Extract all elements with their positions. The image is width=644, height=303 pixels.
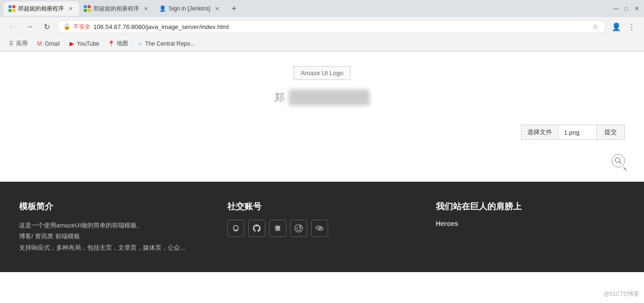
- window-controls: — □ ✕: [613, 5, 640, 12]
- social-reddit[interactable]: [290, 220, 307, 237]
- tab-2-title: 郑超妮的相册程序: [93, 5, 139, 13]
- bookmark-maps-label: 地图: [117, 39, 128, 48]
- svg-rect-5: [88, 5, 91, 8]
- tab-3-close[interactable]: ✕: [213, 5, 221, 12]
- bookmark-central[interactable]: ○ The Central Repo...: [133, 39, 199, 49]
- svg-rect-4: [84, 5, 87, 8]
- security-label: 不安全: [73, 23, 91, 31]
- bookmark-apps[interactable]: ⠿ 应用: [4, 38, 31, 49]
- site-title: 郑 超妮的相册程序: [274, 89, 370, 106]
- maximize-button[interactable]: □: [623, 5, 630, 12]
- svg-rect-0: [9, 5, 11, 8]
- svg-point-18: [317, 227, 318, 228]
- svg-point-21: [320, 228, 321, 229]
- choose-file-button[interactable]: 选择文件: [522, 125, 558, 139]
- bookmarks-bar: ⠿ 应用 M Gmail ▶ YouTube 📍 地图 ○ The Centra…: [0, 36, 644, 51]
- logo-image: Amaze UI Logo: [293, 66, 351, 80]
- bookmark-youtube-label: YouTube: [77, 40, 99, 47]
- svg-point-12: [295, 225, 302, 232]
- svg-rect-6: [84, 9, 87, 12]
- bookmark-maps[interactable]: 📍 地图: [104, 38, 132, 49]
- tab-1-title: 郑超妮的相册程序: [18, 5, 64, 13]
- bookmark-central-label: The Central Repo...: [145, 40, 195, 47]
- youtube-icon: ▶: [68, 40, 75, 47]
- account-button[interactable]: 👤: [610, 20, 623, 33]
- site-title-prefix: 郑: [274, 90, 285, 105]
- social-github[interactable]: [248, 220, 265, 237]
- svg-point-13: [297, 227, 298, 228]
- url-text: 106.54.87.76:8080/java_image_server/inde…: [93, 23, 588, 30]
- upload-form: 选择文件 1.png 提交: [521, 125, 625, 140]
- page-content: Amaze UI Logo 郑 超妮的相册程序 选择文件 1.png 提交: [0, 52, 644, 182]
- svg-point-14: [300, 227, 301, 228]
- tab-2-close[interactable]: ✕: [142, 5, 150, 12]
- footer-giants: 我们站在巨人的肩膀上 Heroes: [436, 201, 625, 253]
- browser-chrome: 郑超妮的相册程序 ✕ 郑超妮的相册程序 ✕ 👤 Sign in [Jenkins…: [0, 0, 644, 52]
- forward-button[interactable]: →: [23, 20, 36, 33]
- footer-social-heading: 社交账号: [227, 201, 416, 212]
- central-icon: ○: [137, 40, 143, 47]
- bookmark-youtube[interactable]: ▶ YouTube: [64, 39, 103, 49]
- bookmark-apps-label: 应用: [16, 39, 28, 48]
- search-icon[interactable]: [612, 154, 625, 167]
- submit-button[interactable]: 提交: [597, 125, 625, 140]
- more-menu-button[interactable]: ⋮: [625, 20, 638, 33]
- svg-rect-7: [88, 9, 91, 12]
- svg-rect-3: [12, 9, 15, 12]
- svg-rect-1: [12, 5, 15, 8]
- close-button[interactable]: ✕: [634, 5, 640, 12]
- tab-1-close[interactable]: ✕: [67, 5, 74, 12]
- search-icon-area: [0, 149, 644, 182]
- footer-intro-text3: 支持响应式，多种布局，包括主页，文章页，媒体页，公众...: [19, 242, 208, 253]
- social-icons: 微: [227, 220, 416, 237]
- back-button[interactable]: ←: [6, 20, 19, 33]
- tab-3-title: Sign in [Jenkins]: [169, 5, 210, 12]
- maps-icon: 📍: [108, 40, 115, 47]
- file-input-group: 选择文件 1.png: [521, 125, 597, 140]
- social-weibo[interactable]: 微: [269, 220, 286, 237]
- tab-3-favicon: 👤: [159, 5, 166, 12]
- site-title-blurred-text: 超妮的相册程序: [289, 89, 370, 106]
- apps-icon: ⠿: [8, 40, 14, 47]
- svg-rect-11: [235, 230, 237, 231]
- social-wechat[interactable]: [311, 220, 328, 237]
- title-bar: 郑超妮的相册程序 ✕ 郑超妮的相册程序 ✕ 👤 Sign in [Jenkins…: [0, 0, 644, 17]
- bookmark-star-icon[interactable]: ☆: [591, 22, 600, 31]
- footer-giants-heading: 我们站在巨人的肩膀上: [436, 201, 625, 212]
- footer-intro-text2: 博客/ 资讯类 前端模板: [19, 231, 208, 242]
- svg-point-22: [322, 228, 322, 229]
- footer: 模板简介 这是一个使用amazeUI做的简单的前端模板。 博客/ 资讯类 前端模…: [0, 182, 644, 272]
- footer-social: 社交账号 微: [227, 201, 416, 253]
- url-bar[interactable]: 🔓 不安全 106.54.87.76:8080/java_image_serve…: [57, 20, 606, 33]
- social-qq[interactable]: [227, 220, 244, 237]
- new-tab-button[interactable]: +: [227, 2, 241, 15]
- svg-rect-2: [9, 9, 11, 12]
- browser-menu: 👤 ⋮: [610, 20, 638, 33]
- footer-intro-text1: 这是一个使用amazeUI做的简单的前端模板。: [19, 220, 208, 231]
- bookmark-gmail[interactable]: M Gmail: [32, 39, 63, 49]
- tab-1-favicon: [9, 5, 15, 12]
- minimize-button[interactable]: —: [613, 5, 619, 12]
- bookmark-gmail-label: Gmail: [45, 40, 60, 47]
- tab-2-favicon: [84, 5, 91, 12]
- file-name-display: 1.png: [558, 126, 596, 139]
- security-icon: 🔓: [63, 23, 70, 30]
- gmail-icon: M: [36, 40, 43, 47]
- upload-area: 选择文件 1.png 提交: [0, 115, 644, 149]
- page-header: Amaze UI Logo 郑 超妮的相册程序: [0, 52, 644, 115]
- url-bar-icons: ☆: [591, 22, 600, 31]
- svg-line-9: [620, 162, 622, 164]
- tab-2[interactable]: 郑超妮的相册程序 ✕: [79, 1, 154, 16]
- logo-area: Amaze UI Logo: [293, 66, 351, 80]
- footer-heroes-label: Heroes: [436, 220, 625, 227]
- tab-1[interactable]: 郑超妮的相册程序 ✕: [4, 1, 79, 16]
- footer-intro-heading: 模板简介: [19, 201, 208, 212]
- tab-3[interactable]: 👤 Sign in [Jenkins] ✕: [154, 1, 225, 16]
- refresh-button[interactable]: ↻: [40, 20, 53, 33]
- footer-intro: 模板简介 这是一个使用amazeUI做的简单的前端模板。 博客/ 资讯类 前端模…: [19, 201, 208, 253]
- address-bar: ← → ↻ 🔓 不安全 106.54.87.76:8080/java_image…: [0, 17, 644, 36]
